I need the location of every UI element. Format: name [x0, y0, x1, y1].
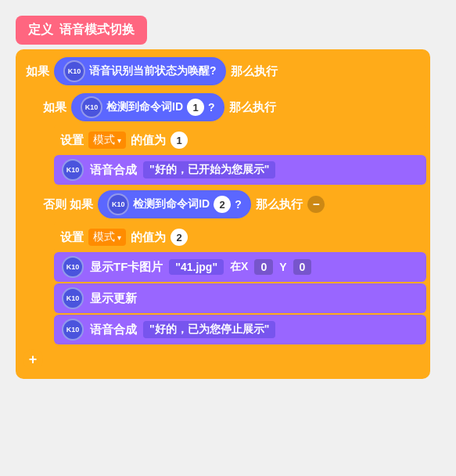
speech2-row: K10 语音合成 "好的，已为您停止展示" [54, 315, 426, 344]
set2-row: 设置 模式 的值为 2 [54, 222, 426, 252]
refresh-row: K10 显示更新 [54, 283, 426, 313]
if1-condition[interactable]: K10 语音识别当前状态为唤醒? [54, 57, 226, 85]
scratch-container: 定义 语音模式切换 如果 K10 语音识别当前状态为唤醒? 那么执行 如果 K1… [16, 16, 430, 379]
if2-question: ? [208, 101, 215, 114]
if2-condition-text: 检测到命令词ID [106, 100, 183, 114]
refresh-keyword: 显示更新 [90, 291, 137, 306]
show-img-in-text: 在X [230, 260, 248, 274]
if2-body: 设置 模式 的值为 1 K10 语音合成 "好的，已开始为您展示" [37, 125, 426, 185]
speech1-keyword: 语音合成 [90, 163, 137, 178]
if2-k10-icon: K10 [81, 96, 102, 118]
set1-num: 1 [171, 132, 188, 149]
else-if-k10-icon: K10 [107, 193, 129, 215]
else-keyword: 否则 如果 [43, 197, 93, 212]
if1-then: 那么执行 [231, 64, 278, 79]
speech1-text[interactable]: "好的，已开始为您展示" [143, 161, 275, 178]
show-img-filename[interactable]: "41.jpg" [169, 259, 224, 275]
else-if-body: 设置 模式 的值为 2 K10 显示TF卡图片 "41.jpg" 在X 0 Y … [37, 222, 426, 344]
if2-num: 1 [187, 99, 204, 116]
plus-button[interactable]: + [23, 349, 43, 370]
mode2-dropdown[interactable]: 模式 [88, 229, 126, 246]
set1-row: 设置 模式 的值为 1 [54, 125, 426, 155]
show-img-y-val[interactable]: 0 [293, 259, 312, 275]
if1-body: 如果 K10 检测到命令词ID 1 ? 那么执行 设置 模式 的值为 [20, 89, 426, 344]
speech2-keyword: 语音合成 [90, 323, 137, 337]
else-if-row: 否则 如果 K10 检测到命令词ID 2 ? 那么执行 － [37, 186, 426, 222]
if2-condition[interactable]: K10 检测到命令词ID 1 ? [71, 93, 224, 121]
speech1-k10-icon: K10 [62, 159, 84, 181]
show-img-k10-icon: K10 [62, 256, 84, 278]
speech1-row: K10 语音合成 "好的，已开始为您展示" [54, 155, 426, 185]
define-label: 定义 [28, 22, 53, 38]
show-img-y-label: Y [279, 261, 286, 273]
show-img-keyword: 显示TF卡图片 [90, 260, 163, 275]
speech2-k10-icon: K10 [62, 319, 84, 341]
else-if-condition-text: 检测到命令词ID [133, 197, 210, 211]
show-img-x-val[interactable]: 0 [254, 259, 273, 275]
if1-row: 如果 K10 语音识别当前状态为唤醒? 那么执行 [20, 53, 426, 89]
speech2-text[interactable]: "好的，已为您停止展示" [143, 321, 275, 338]
if1-condition-text: 语音识别当前状态为唤醒? [89, 64, 217, 78]
mode1-dropdown[interactable]: 模式 [88, 132, 126, 149]
set1-keyword: 设置 [60, 133, 84, 148]
set2-num: 2 [171, 229, 188, 246]
main-container: 如果 K10 语音识别当前状态为唤醒? 那么执行 如果 K10 检测到命令词ID… [16, 49, 430, 379]
minus-button[interactable]: － [307, 196, 325, 213]
else-if-question: ? [235, 198, 242, 211]
if2-row: 如果 K10 检测到命令词ID 1 ? 那么执行 [37, 89, 426, 125]
if1-keyword: 如果 [26, 64, 49, 79]
set2-of-val: 的值为 [131, 230, 166, 245]
else-if-num: 2 [214, 196, 231, 213]
define-name: 语音模式切换 [59, 22, 135, 38]
else-if-condition[interactable]: K10 检测到命令词ID 2 ? [98, 190, 251, 218]
refresh-k10-icon: K10 [62, 287, 84, 309]
set1-of-val: 的值为 [131, 133, 166, 148]
define-block[interactable]: 定义 语音模式切换 [16, 16, 147, 45]
if2-then: 那么执行 [229, 100, 276, 115]
if1-k10-icon: K10 [63, 60, 85, 82]
show-img-row: K10 显示TF卡图片 "41.jpg" 在X 0 Y 0 [54, 252, 426, 282]
set2-keyword: 设置 [60, 230, 84, 245]
else-if-then: 那么执行 [256, 197, 303, 212]
if2-keyword: 如果 [43, 100, 66, 115]
